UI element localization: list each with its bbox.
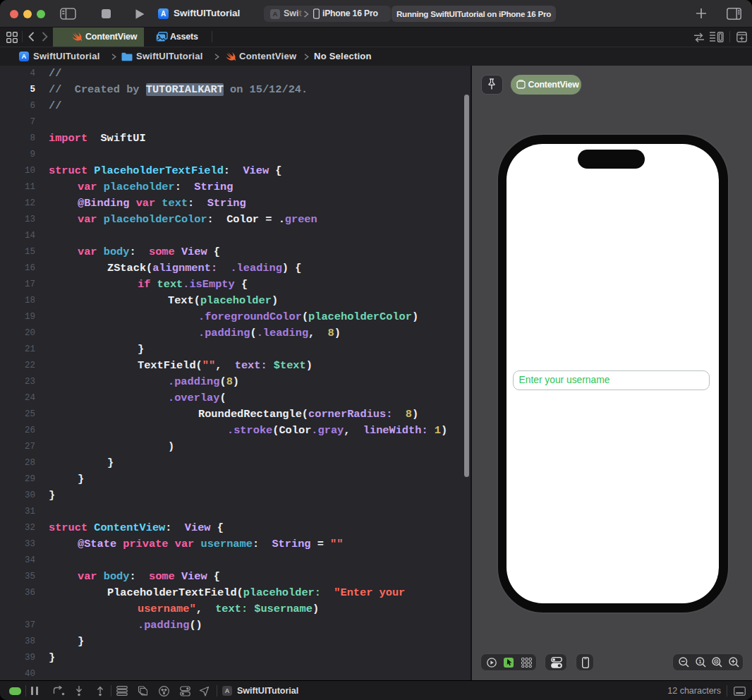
svg-text:1: 1 [698, 658, 701, 665]
